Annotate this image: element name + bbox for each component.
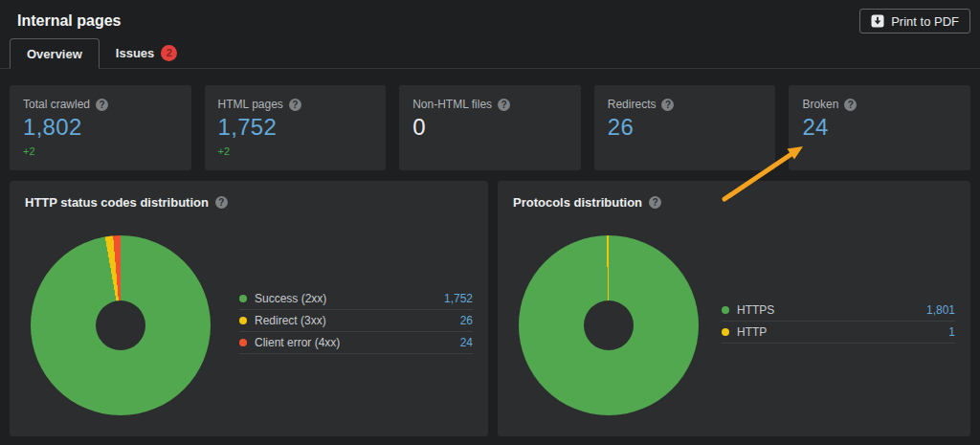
legend-value[interactable]: 1,801: [926, 303, 955, 317]
tab-issues-label: Issues: [116, 46, 154, 60]
help-icon[interactable]: ?: [96, 99, 108, 111]
stat-card-non-html-files: Non-HTML files ? 0: [399, 85, 581, 170]
stat-delta: [412, 145, 568, 157]
http-status-donut-chart[interactable]: [31, 235, 211, 415]
panel-title: HTTP status codes distribution: [25, 195, 209, 210]
http-status-codes-panel: HTTP status codes distribution ? Success…: [10, 181, 488, 436]
stat-card-html-pages: HTML pages ? 1,752 +2: [205, 85, 387, 170]
stat-delta: +2: [218, 145, 373, 157]
stats-row: Total crawled ? 1,802 +2 HTML pages ? 1,…: [10, 85, 970, 170]
legend-dot-http: [722, 328, 729, 336]
tab-issues[interactable]: Issues 2: [100, 38, 193, 68]
stat-card-redirects: Redirects ? 26: [594, 85, 776, 170]
donut-hole: [584, 300, 634, 350]
protocols-legend: HTTPS 1,801 HTTP 1: [722, 300, 955, 344]
http-status-legend: Success (2xx) 1,752 Redirect (3xx) 26 Cl…: [239, 288, 473, 354]
legend-label: Success (2xx): [255, 292, 436, 305]
page-title: Internal pages: [17, 12, 121, 30]
legend-dot-client-error: [239, 339, 247, 346]
donut-hole: [96, 300, 145, 350]
stat-value[interactable]: 1,752: [218, 114, 373, 141]
header: Internal pages Print to PDF: [0, 0, 980, 36]
stat-card-broken: Broken ? 24: [789, 85, 970, 170]
stat-label: Broken: [802, 98, 838, 111]
help-icon[interactable]: ?: [661, 99, 674, 111]
legend-label: HTTPS: [737, 303, 919, 317]
legend-row-redirect[interactable]: Redirect (3xx) 26: [239, 310, 473, 332]
legend-dot-success: [239, 295, 247, 302]
stat-label: HTML pages: [218, 98, 283, 111]
stat-card-total-crawled: Total crawled ? 1,802 +2: [10, 85, 191, 170]
stat-delta: +2: [23, 145, 178, 157]
legend-dot-redirect: [239, 317, 247, 324]
stat-value[interactable]: 26: [608, 114, 763, 141]
legend-value[interactable]: 26: [460, 314, 473, 327]
pdf-download-icon: [871, 14, 884, 28]
tab-overview-label: Overview: [27, 47, 82, 61]
stat-label: Total crawled: [23, 98, 90, 111]
print-button-label: Print to PDF: [891, 14, 959, 29]
tab-bar: Overview Issues 2: [0, 38, 980, 69]
help-icon[interactable]: ?: [498, 99, 510, 111]
legend-value[interactable]: 1,752: [444, 292, 473, 305]
issues-count-badge: 2: [161, 45, 177, 61]
stat-label: Non-HTML files: [412, 98, 492, 111]
help-icon[interactable]: ?: [844, 99, 857, 111]
tab-overview[interactable]: Overview: [10, 38, 100, 69]
panel-title: Protocols distribution: [513, 195, 642, 210]
stat-delta: [608, 145, 763, 157]
protocols-panel: Protocols distribution ? HTTPS 1,801 HTT…: [498, 181, 970, 436]
legend-label: HTTP: [737, 325, 941, 339]
stat-value[interactable]: 1,802: [23, 114, 178, 141]
stat-value: 0: [412, 114, 568, 141]
stat-label: Redirects: [608, 98, 657, 111]
legend-row-http[interactable]: HTTP 1: [722, 322, 955, 344]
legend-label: Client error (4xx): [255, 336, 453, 349]
help-icon[interactable]: ?: [215, 196, 228, 209]
legend-value[interactable]: 1: [948, 325, 955, 339]
help-icon[interactable]: ?: [289, 99, 301, 111]
protocols-donut-chart[interactable]: [519, 235, 699, 415]
legend-label: Redirect (3xx): [255, 314, 453, 327]
legend-row-success[interactable]: Success (2xx) 1,752: [239, 288, 473, 310]
help-icon[interactable]: ?: [649, 196, 661, 209]
charts-row: HTTP status codes distribution ? Success…: [10, 181, 970, 436]
stat-delta: [802, 145, 957, 157]
legend-value[interactable]: 24: [460, 336, 473, 349]
stat-value[interactable]: 24: [802, 114, 957, 141]
legend-dot-https: [722, 306, 729, 314]
print-to-pdf-button[interactable]: Print to PDF: [859, 9, 970, 33]
legend-row-https[interactable]: HTTPS 1,801: [722, 300, 955, 322]
legend-row-client-error[interactable]: Client error (4xx) 24: [239, 332, 473, 354]
